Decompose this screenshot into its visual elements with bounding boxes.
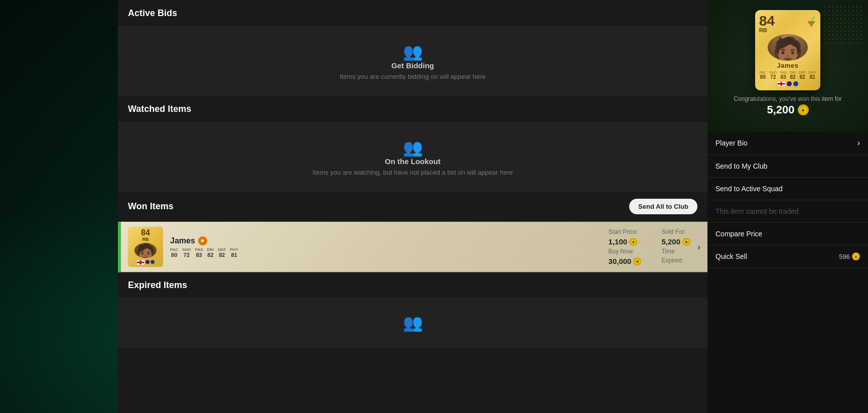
- player-showcase: 84 RB ✓ 🧑🏾 James PAC 80: [707, 0, 868, 131]
- center-panel: Active Bids 👥 Get Bidding Items you are …: [118, 0, 707, 413]
- send-to-club-label: Send to My Club: [715, 162, 768, 170]
- player-name: James: [170, 236, 195, 245]
- card-position-large: RB: [759, 27, 767, 33]
- card-stats-row: PAC 80 SHO 72 PAS 83 DRI: [759, 71, 816, 80]
- sold-for-value: 5,200 ●: [661, 237, 690, 246]
- active-bids-header: Active Bids: [118, 0, 707, 27]
- club-icon-large: [793, 81, 798, 86]
- stat-dri: DRI 82: [207, 247, 214, 258]
- start-price-value: 1,100 ●: [609, 237, 642, 246]
- player-bio-arrow-icon: ›: [857, 139, 860, 148]
- watched-items-empty: 👥 On the Lookout Items you are watching,…: [118, 123, 707, 192]
- stat-pas: PAS 83: [195, 247, 203, 258]
- england-flag-large: [777, 81, 785, 86]
- card-player-name: James: [777, 62, 798, 69]
- special-badge-icon: ★: [198, 236, 207, 245]
- send-all-button[interactable]: Send All to Club: [629, 199, 697, 214]
- item-arrow-icon: ›: [697, 242, 700, 252]
- watched-items-header: Watched Items: [118, 96, 707, 123]
- time-label: Time: [661, 248, 690, 255]
- watched-items-section: Watched Items 👥 On the Lookout Items you…: [118, 96, 707, 192]
- action-cannot-trade: This item cannot be traded: [707, 200, 868, 223]
- sold-for-label: Sold For:: [661, 228, 690, 235]
- stat-pac: PAC 80: [170, 247, 178, 258]
- card-arrow-decoration: [807, 21, 815, 27]
- time-status: Expired: [661, 257, 690, 264]
- coin-icon-sold: ●: [682, 238, 690, 246]
- coin-icon-start: ●: [629, 238, 637, 246]
- expired-icon: 👥: [403, 313, 423, 332]
- congratulations-text: Congratulations, you've won this item fo…: [734, 90, 842, 121]
- expired-items-empty: 👥: [118, 298, 707, 348]
- player-card-large: 84 RB ✓ 🧑🏾 James PAC 80: [755, 10, 820, 90]
- sold-for-block: Sold For: 5,200 ● Time Expired: [661, 228, 690, 265]
- expired-items-header: Expired Items: [118, 272, 707, 298]
- stat-def: DEF 82: [218, 247, 226, 258]
- england-flag-mini: [136, 260, 144, 265]
- right-panel: 84 RB ✓ 🧑🏾 James PAC 80: [707, 0, 868, 413]
- mini-card-rating: 84: [141, 229, 150, 237]
- panel-scroll[interactable]: Active Bids 👥 Get Bidding Items you are …: [118, 0, 707, 413]
- cannot-trade-label: This item cannot be traded: [715, 207, 799, 215]
- active-bids-empty-subtitle: Items you are currently bidding on will …: [340, 73, 486, 80]
- mini-card-flags: [136, 260, 155, 265]
- player-info: James ★ PAC 80 SHO 72: [170, 236, 609, 258]
- action-send-to-club[interactable]: Send to My Club: [707, 155, 868, 178]
- coin-icon-buy: ●: [633, 257, 641, 265]
- player-name-row: James ★: [170, 236, 609, 245]
- player-item-row[interactable]: 84 RB 🧑🏾: [118, 222, 707, 272]
- won-items-title: Won Items: [128, 201, 174, 212]
- stat-phy: PHY 81: [230, 247, 238, 258]
- coin-icon-won: ●: [798, 104, 809, 115]
- expired-items-title: Expired Items: [128, 280, 187, 290]
- quick-sell-value: 596 ●: [839, 252, 860, 260]
- player-stats-row: PAC 80 SHO 72 PAS 83: [170, 247, 609, 258]
- action-compare-price[interactable]: Compare Price: [707, 223, 868, 245]
- compare-price-label: Compare Price: [715, 230, 762, 238]
- left-nav: [0, 0, 118, 413]
- active-bids-title: Active Bids: [128, 8, 177, 18]
- bidding-icon: 👥: [403, 42, 423, 61]
- league-icon-large: [787, 81, 792, 86]
- watchlist-icon: 👥: [403, 138, 423, 157]
- mini-card-position: RB: [142, 237, 149, 242]
- active-bids-section: Active Bids 👥 Get Bidding Items you are …: [118, 0, 707, 96]
- card-rating-large: 84: [759, 14, 775, 28]
- start-price-label: Start Price:: [609, 228, 642, 235]
- dot-pattern-decoration: [823, 5, 863, 45]
- won-items-header: Won Items Send All to Club: [118, 192, 707, 222]
- expired-items-section: Expired Items 👥: [118, 272, 707, 348]
- epl-icon-mini: [146, 260, 150, 264]
- send-to-squad-label: Send to Active Squad: [715, 185, 783, 193]
- card-top-row: 84 RB ✓: [759, 14, 816, 33]
- action-quick-sell[interactable]: Quick Sell 596 ●: [707, 245, 868, 268]
- action-player-bio[interactable]: Player Bio ›: [707, 131, 868, 155]
- price-section: Start Price: 1,100 ● Buy Now: 30,000 ●: [609, 228, 690, 265]
- watched-items-empty-title: On the Lookout: [385, 157, 441, 166]
- won-items-section: Won Items Send All to Club 84 RB 🧑🏾: [118, 192, 707, 272]
- stat-sho: SHO 72: [182, 247, 191, 258]
- watched-items-title: Watched Items: [128, 104, 191, 114]
- watched-items-empty-subtitle: Items you are watching, but have not pla…: [313, 169, 513, 176]
- active-bids-empty-title: Get Bidding: [391, 61, 434, 70]
- buy-now-value: 30,000 ●: [609, 257, 642, 265]
- coin-icon-quick-sell: ●: [852, 252, 860, 260]
- player-bio-label: Player Bio: [715, 139, 748, 147]
- mini-player-face: 🧑🏾: [134, 243, 157, 258]
- start-price-block: Start Price: 1,100 ● Buy Now: 30,000 ●: [609, 228, 642, 265]
- quick-sell-label: Quick Sell: [715, 252, 747, 260]
- action-list: Player Bio › Send to My Club Send to Act…: [707, 131, 868, 268]
- won-price: 5,200 ●: [734, 103, 842, 116]
- action-send-to-squad[interactable]: Send to Active Squad: [707, 178, 868, 200]
- buy-now-label: Buy Now:: [609, 248, 642, 255]
- active-bids-empty: 👥 Get Bidding Items you are currently bi…: [118, 27, 707, 96]
- card-icons-row: [777, 81, 798, 86]
- club-icon-mini: [151, 260, 155, 264]
- player-card-mini: 84 RB 🧑🏾: [128, 227, 163, 267]
- card-player-face: 🧑🏾: [768, 34, 808, 61]
